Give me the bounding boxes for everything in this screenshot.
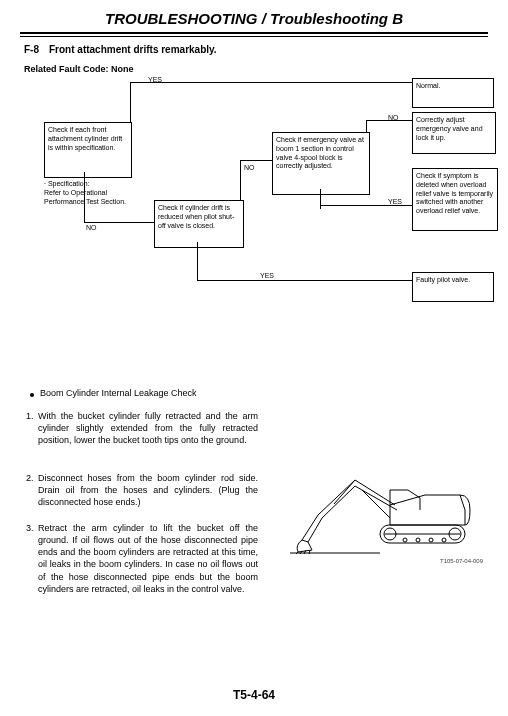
label-yes: YES — [148, 76, 162, 83]
flow-line — [130, 82, 131, 122]
leak-check-heading: Boom Cylinder Internal Leakage Check — [40, 388, 197, 398]
step-3: 3. Retract the arm cylinder to lift the … — [38, 522, 258, 595]
flow-line — [366, 120, 367, 132]
step-number: 1. — [26, 410, 34, 422]
flow-box-overload-relief: Check if symptom is deleted when overloa… — [412, 168, 498, 231]
svg-point-6 — [429, 538, 433, 542]
svg-point-5 — [416, 538, 420, 542]
excavator-illustration — [290, 460, 480, 560]
step-2: 2. Disconnect hoses from the boom cylind… — [38, 472, 258, 508]
section-heading: F-8 Front attachment drifts remarkably. — [24, 44, 217, 55]
spec-note: · Specification: Refer to Operational Pe… — [44, 180, 132, 206]
label-yes: YES — [260, 272, 274, 279]
label-no: NO — [244, 164, 255, 171]
label-yes: YES — [388, 198, 402, 205]
flow-box-adjust-valve: Correctly adjust emergency valve and loc… — [412, 112, 496, 154]
flow-line — [84, 222, 154, 223]
flow-line — [320, 205, 412, 206]
flow-box-emergency-valve: Check if emergency valve at boom 1 secti… — [272, 132, 370, 195]
step-number: 2. — [26, 472, 34, 484]
bullet-icon — [30, 393, 34, 397]
label-no: NO — [86, 224, 97, 231]
related-fault-code: Related Fault Code: None — [24, 64, 134, 74]
step-text: With the bucket cylinder fully retracted… — [38, 411, 258, 445]
step-text: Disconnect hoses from the boom cylinder … — [38, 473, 258, 507]
flow-line — [320, 189, 321, 209]
page-number: T5-4-64 — [0, 688, 508, 702]
flow-line — [240, 160, 241, 200]
step-1: 1. With the bucket cylinder fully retrac… — [38, 410, 258, 446]
flow-line — [84, 172, 85, 222]
flow-box-normal: Normal. — [412, 78, 494, 108]
svg-point-4 — [403, 538, 407, 542]
step-number: 3. — [26, 522, 34, 534]
flow-line — [130, 82, 412, 83]
flow-line — [197, 280, 412, 281]
label-no: NO — [388, 114, 399, 121]
flow-box-check-drift: Check if each front attachment cylinder … — [44, 122, 132, 178]
svg-line-9 — [334, 480, 355, 504]
svg-point-7 — [442, 538, 446, 542]
page-title: TROUBLESHOOTING / Troubleshooting B — [0, 10, 508, 27]
flow-line — [240, 160, 272, 161]
flow-line — [197, 242, 198, 280]
flow-box-faulty-pilot: Faulty pilot valve. — [412, 272, 494, 302]
title-rule — [20, 32, 488, 37]
flow-box-shutoff: Check if cylinder drift is reduced when … — [154, 200, 244, 248]
image-id: T105-07-04-009 — [440, 558, 483, 564]
step-text: Retract the arm cylinder to lift the buc… — [38, 523, 258, 594]
